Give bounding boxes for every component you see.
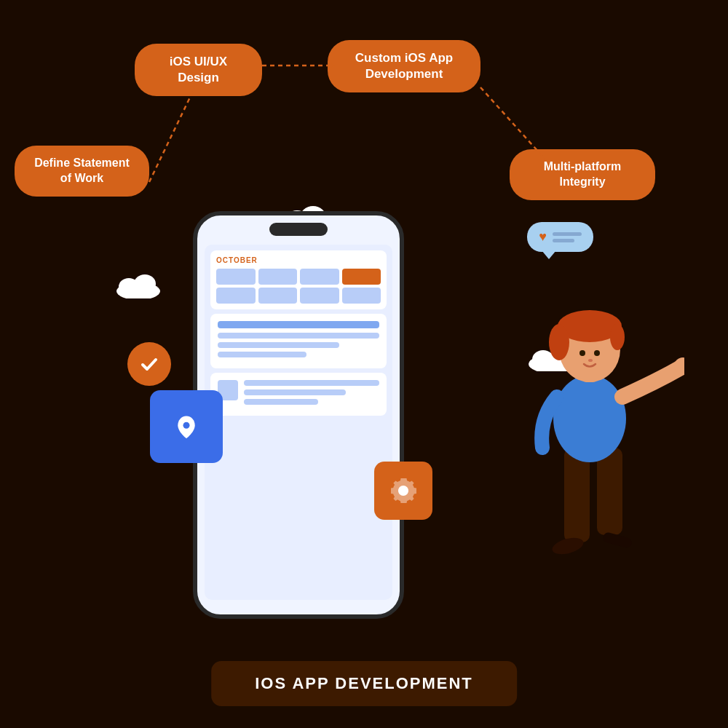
profile-card [210,373,387,416]
character-illustration [495,207,684,622]
phone-screen: OCTOBER [205,245,392,600]
badge-ios-design: iOS UI/UX Design [135,44,262,96]
svg-point-26 [588,359,593,362]
list-bar-3 [218,352,306,357]
location-card [150,390,223,463]
cal-cell-3 [300,269,339,285]
svg-point-25 [594,350,600,356]
gear-icon [389,476,418,505]
cal-cell-4-selected [342,269,381,285]
list-bar-1 [218,333,379,339]
location-pin-icon [173,414,199,440]
chat-bubble: ♥ [527,222,593,252]
cal-cell-8 [342,288,381,304]
calendar-month: OCTOBER [216,256,381,264]
calendar-widget: OCTOBER [210,250,387,309]
svg-line-0 [149,84,197,182]
chat-line-1 [553,232,582,236]
list-bar-header [218,321,379,328]
list-card [210,314,387,368]
calendar-grid [216,269,381,304]
cal-cell-5 [216,288,256,304]
phone-notch [269,223,328,236]
badge-multiplatform: Multi-platform Integrity [510,149,655,200]
svg-rect-15 [597,448,622,535]
svg-point-23 [610,324,625,350]
chat-lines [553,232,582,242]
badge-custom-ios: Custom iOS App Development [328,40,480,92]
cal-cell-2 [258,269,298,285]
profile-line-1 [244,380,379,386]
bottom-banner: IOS APP DEVELOPMENT [211,661,517,706]
cloud-left [113,269,164,298]
bottom-title: IOS APP DEVELOPMENT [255,674,473,693]
list-bar-2 [218,342,339,348]
scene: Define Statement of Work iOS UI/UX Desig… [0,0,728,728]
gear-card [374,462,432,520]
profile-line-3 [244,399,318,405]
svg-point-22 [549,324,569,360]
cal-cell-1 [216,269,256,285]
checkmark-icon [138,353,160,375]
svg-point-9 [134,274,156,293]
heart-icon: ♥ [539,229,547,245]
check-circle [127,342,171,386]
profile-line-2 [244,389,346,395]
profile-lines [244,380,379,408]
badge-define-work: Define Statement of Work [15,146,149,197]
chat-line-2 [553,239,574,242]
svg-point-24 [579,350,585,356]
svg-point-13 [183,422,190,429]
cal-cell-6 [258,288,298,304]
phone-device: OCTOBER [193,211,404,619]
cal-cell-7 [300,288,339,304]
svg-point-18 [553,375,626,462]
